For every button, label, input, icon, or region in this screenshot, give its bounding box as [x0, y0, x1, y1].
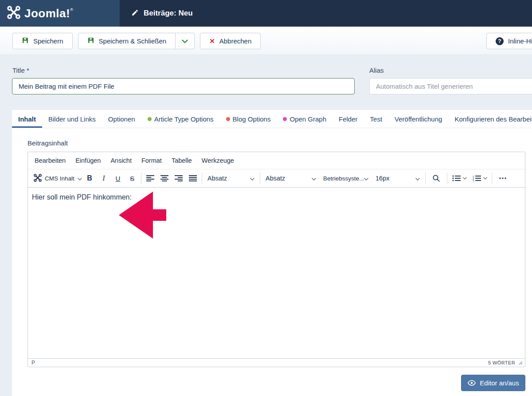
toolbar-separator	[425, 173, 426, 184]
header-title-bar: Beiträge: Neu	[120, 0, 532, 27]
editor-toggle-button[interactable]: Editor an/aus	[461, 375, 525, 391]
joomla-admin-page: Joomla!® Beiträge: Neu Spei	[0, 0, 532, 396]
save-close-button[interactable]: Speichern & Schließen	[78, 33, 176, 49]
chevron-down-icon	[182, 37, 188, 45]
align-justify-icon	[189, 175, 197, 181]
red-dot-icon	[226, 117, 230, 121]
rich-text-editor: Bearbeiten Einfügen Ansicht Format Tabel…	[27, 152, 525, 367]
bold-button[interactable]: B	[82, 172, 97, 185]
toolbar-separator	[141, 173, 141, 184]
font-size-dropdown[interactable]: 16px	[372, 172, 423, 185]
editor-menubar: Bearbeiten Einfügen Ansicht Format Tabel…	[28, 152, 525, 169]
align-center-button[interactable]	[157, 172, 172, 185]
align-center-icon	[160, 175, 168, 181]
menu-bearbeiten[interactable]: Bearbeiten	[30, 152, 70, 169]
strikethrough-button[interactable]: S	[125, 172, 139, 185]
editor-statusbar: P 5 WÖRTER	[28, 358, 525, 367]
numbered-list-icon: 123	[473, 175, 481, 181]
editor-paragraph: Hier soll mein PDF hinkommen:	[32, 193, 520, 201]
chevron-down-icon	[78, 175, 82, 182]
bullet-list-button[interactable]	[449, 172, 469, 185]
page-title: Beiträge: Neu	[144, 9, 193, 18]
paragraph-style-dropdown[interactable]: Absatz	[262, 172, 320, 185]
tab-test[interactable]: Test	[364, 110, 389, 128]
save-close-split-button: Speichern & Schließen	[78, 33, 195, 49]
align-right-icon	[175, 175, 183, 181]
inline-help-button[interactable]: ? Inline-Hilfe	[486, 33, 532, 49]
align-left-icon	[146, 175, 154, 181]
tab-konfigurieren-bearbeitungslayout[interactable]: Konfigurieren des Bearbeitungslayouts	[448, 110, 532, 128]
alias-input[interactable]	[369, 78, 532, 94]
header: Joomla!® Beiträge: Neu	[0, 0, 532, 27]
chevron-down-icon	[415, 175, 420, 182]
cms-content-dropdown[interactable]: CMS Inhalt	[30, 172, 82, 185]
font-family-dropdown[interactable]: Betriebssyste...	[320, 172, 372, 185]
tab-veroeffentlichung[interactable]: Veröffentlichung	[388, 110, 448, 128]
underline-button[interactable]: U	[111, 172, 125, 185]
tab-bar: Inhalt Bilder und Links Optionen Article…	[12, 110, 532, 128]
block-format-dropdown[interactable]: Absatz	[204, 172, 258, 185]
tab-open-graph[interactable]: Open Graph	[277, 110, 332, 128]
save-options-dropdown-button[interactable]	[176, 33, 195, 49]
pink-dot-icon	[283, 117, 287, 121]
menu-format[interactable]: Format	[137, 152, 167, 169]
pencil-icon	[131, 9, 139, 18]
ellipsis-icon	[499, 177, 506, 179]
resize-grip-icon[interactable]	[518, 361, 523, 365]
tab-felder[interactable]: Felder	[332, 110, 364, 128]
title-label: Title *	[12, 67, 29, 74]
align-justify-button[interactable]	[186, 172, 200, 185]
italic-button[interactable]: I	[97, 172, 111, 185]
toolbar-separator	[447, 173, 447, 184]
numbered-list-button[interactable]: 123	[469, 172, 490, 185]
save-floppy-icon	[87, 37, 94, 45]
tab-article-type-options[interactable]: Article Type Options	[141, 110, 220, 128]
editor-content-area[interactable]: Hier soll mein PDF hinkommen:	[28, 188, 525, 358]
tab-inhalt[interactable]: Inhalt	[12, 110, 42, 128]
pink-arrow-annotation	[119, 192, 166, 240]
editor-field-label: Beitragsinhalt	[27, 139, 68, 147]
toolbar-separator	[260, 173, 260, 184]
editor-toolbar: CMS Inhalt B I U S	[28, 169, 525, 188]
search-button[interactable]	[427, 172, 445, 185]
eye-icon	[467, 380, 476, 386]
save-button[interactable]: Speichern	[12, 33, 73, 49]
more-toolbar-button[interactable]	[494, 172, 512, 185]
menu-werkzeuge[interactable]: Werkzeuge	[197, 152, 239, 169]
action-toolbar: Speichern Speichern & Schließen	[0, 27, 532, 55]
search-icon	[432, 174, 440, 182]
alias-label: Alias	[369, 67, 384, 74]
chevron-down-icon	[463, 177, 467, 180]
chevron-down-icon	[312, 175, 316, 182]
toolbar-separator	[202, 173, 202, 184]
toolbar-separator	[492, 173, 492, 184]
cancel-button[interactable]: ✕ Abbrechen	[200, 33, 261, 49]
header-brand: Joomla!®	[0, 0, 120, 27]
title-input[interactable]	[12, 78, 355, 94]
element-path[interactable]: P	[31, 360, 35, 366]
menu-einfuegen[interactable]: Einfügen	[70, 152, 106, 169]
align-left-button[interactable]	[143, 172, 157, 185]
chevron-down-icon	[250, 175, 254, 182]
word-count[interactable]: 5 WÖRTER	[488, 360, 515, 365]
save-floppy-icon	[22, 37, 29, 45]
cancel-x-icon: ✕	[209, 37, 215, 45]
menu-ansicht[interactable]: Ansicht	[106, 152, 137, 169]
joomla-mini-icon	[34, 174, 42, 183]
chevron-down-icon	[483, 177, 487, 180]
green-dot-icon	[148, 117, 152, 121]
content-panel: Inhalt Bilder und Links Optionen Article…	[12, 110, 532, 396]
align-right-button[interactable]	[172, 172, 186, 185]
joomla-logo-icon	[7, 6, 20, 21]
tab-blog-options[interactable]: Blog Options	[220, 110, 277, 128]
tab-optionen[interactable]: Optionen	[102, 110, 141, 128]
tab-bilder-und-links[interactable]: Bilder und Links	[42, 110, 102, 128]
question-mark-icon: ?	[496, 37, 504, 45]
menu-tabelle[interactable]: Tabelle	[167, 152, 197, 169]
chevron-down-icon	[364, 175, 368, 182]
bullet-list-icon	[452, 175, 461, 181]
svg-text:3: 3	[473, 180, 474, 181]
joomla-wordmark: Joomla!®	[24, 7, 73, 20]
